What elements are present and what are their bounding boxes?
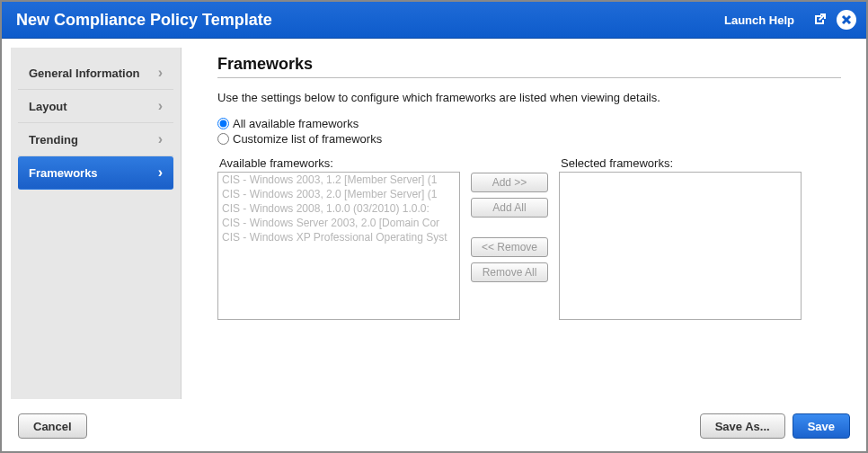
- sidebar-item-layout[interactable]: Layout ›: [18, 90, 173, 123]
- dialog-title: New Compliance Policy Template: [16, 11, 724, 30]
- cancel-button[interactable]: Cancel: [18, 413, 87, 439]
- close-icon: [837, 10, 856, 30]
- available-column: Available frameworks: CIS - Windows 2003…: [217, 156, 460, 320]
- chevron-right-icon: ›: [158, 165, 163, 180]
- radio-label: Customize list of frameworks: [233, 132, 382, 146]
- selected-label: Selected frameworks:: [561, 156, 802, 170]
- close-button[interactable]: [836, 9, 857, 31]
- save-button[interactable]: Save: [793, 413, 850, 439]
- launch-help-link[interactable]: Launch Help: [724, 13, 794, 27]
- save-as-button[interactable]: Save As...: [700, 413, 785, 439]
- radio-all-frameworks-input[interactable]: [217, 118, 229, 129]
- remove-all-button[interactable]: Remove All: [471, 262, 548, 282]
- chevron-right-icon: ›: [158, 99, 163, 113]
- chevron-right-icon: ›: [158, 132, 163, 147]
- page-description: Use the settings below to configure whic…: [217, 91, 841, 104]
- sidebar-item-label: Frameworks: [29, 166, 98, 180]
- add-button[interactable]: Add >>: [471, 173, 548, 192]
- list-item[interactable]: CIS - Windows Server 2003, 2.0 [Domain C…: [218, 216, 459, 230]
- list-item[interactable]: CIS - Windows 2008, 1.0.0 (03/2010) 1.0.…: [218, 201, 459, 216]
- dialog-window: New Compliance Policy Template Launch He…: [0, 0, 868, 453]
- sidebar-item-general-information[interactable]: General Information ›: [18, 57, 173, 90]
- dialog-footer: Cancel Save As... Save: [2, 408, 866, 451]
- popout-icon[interactable]: [809, 9, 830, 31]
- radio-label: All available frameworks: [233, 117, 359, 130]
- selected-column: Selected frameworks:: [559, 156, 802, 320]
- add-all-button[interactable]: Add All: [471, 198, 548, 218]
- available-label: Available frameworks:: [219, 156, 460, 170]
- heading-divider: [217, 77, 841, 78]
- remove-button[interactable]: << Remove: [471, 237, 548, 257]
- sidebar: General Information › Layout › Trending …: [11, 48, 182, 399]
- page-heading: Frameworks: [217, 55, 841, 74]
- titlebar: New Compliance Policy Template Launch He…: [2, 2, 866, 39]
- button-spacer: [471, 223, 548, 232]
- dual-list: Available frameworks: CIS - Windows 2003…: [217, 156, 841, 320]
- available-listbox[interactable]: CIS - Windows 2003, 1.2 [Member Server] …: [217, 172, 460, 320]
- sidebar-item-frameworks[interactable]: Frameworks ›: [18, 156, 173, 190]
- sidebar-item-label: General Information: [29, 67, 140, 80]
- radio-all-frameworks[interactable]: All available frameworks: [217, 117, 841, 130]
- dialog-body: General Information › Layout › Trending …: [2, 39, 866, 408]
- list-item[interactable]: CIS - Windows 2003, 1.2 [Member Server] …: [218, 173, 459, 187]
- radio-customize-frameworks-input[interactable]: [217, 133, 229, 145]
- list-item[interactable]: CIS - Windows 2003, 2.0 [Member Server] …: [218, 187, 459, 201]
- selected-listbox[interactable]: [559, 172, 802, 320]
- radio-customize-frameworks[interactable]: Customize list of frameworks: [217, 132, 841, 146]
- sidebar-item-trending[interactable]: Trending ›: [18, 123, 173, 156]
- chevron-right-icon: ›: [158, 66, 163, 80]
- sidebar-item-label: Trending: [29, 133, 78, 147]
- list-item[interactable]: CIS - Windows XP Professional Operating …: [218, 230, 459, 244]
- main-panel: Frameworks Use the settings below to con…: [182, 39, 866, 408]
- sidebar-item-label: Layout: [29, 100, 67, 113]
- transfer-buttons: Add >> Add All << Remove Remove All: [471, 156, 548, 320]
